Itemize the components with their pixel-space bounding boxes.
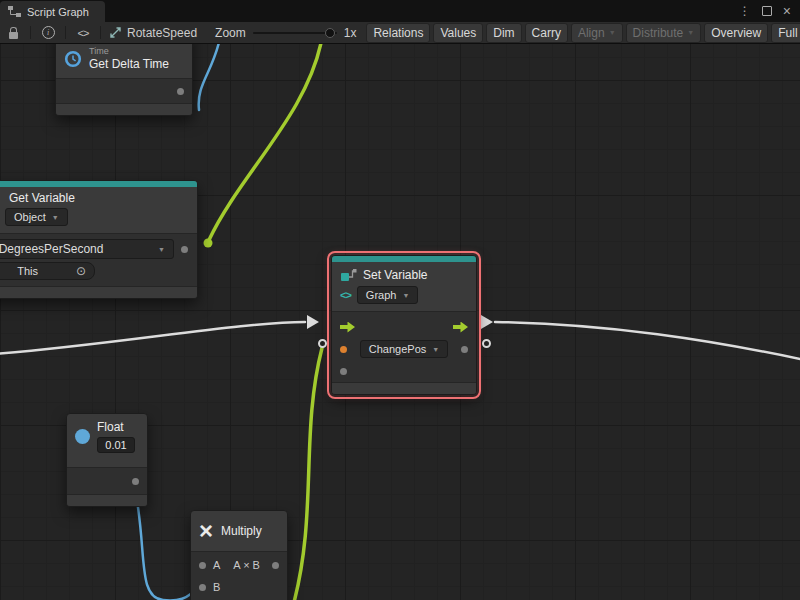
tab-bar: Script Graph ⋮ × [0, 0, 800, 22]
script-graph-icon [8, 6, 21, 17]
flow-input-port[interactable] [340, 322, 355, 333]
chevron-down-icon: ▼ [402, 292, 409, 299]
button-label: Full Screen [778, 26, 800, 40]
node-header: × Multiply [191, 511, 287, 551]
port-label-b: B [213, 581, 220, 593]
node-header: Set Variable <> Graph ▼ [332, 262, 476, 311]
multiply-icon: × [199, 520, 213, 542]
node-get-variable[interactable]: Get Variable Object ▼ RotationDegreesPer… [0, 180, 198, 299]
float-value-field[interactable]: 0.01 [97, 437, 135, 453]
node-set-variable[interactable]: Set Variable <> Graph ▼ [331, 255, 477, 395]
chevron-down-icon: ▼ [609, 29, 616, 36]
input-port-b[interactable] [199, 584, 206, 591]
chevron-down-icon: ▼ [158, 246, 165, 253]
values-button[interactable]: Values [433, 23, 483, 43]
dropdown-value: ChangePos [369, 343, 427, 355]
edit-graph-button[interactable]: <> [74, 24, 92, 42]
variable-scope-dropdown[interactable]: Graph ▼ [357, 286, 419, 304]
flow-output-port[interactable] [453, 322, 468, 333]
toolbar-divider [65, 26, 66, 39]
variable-scope-dropdown[interactable]: Object ▼ [5, 208, 68, 226]
node-float[interactable]: Float 0.01 [66, 413, 148, 507]
node-title: Get Delta Time [89, 57, 169, 71]
info-button[interactable]: i [39, 24, 57, 42]
distribute-button[interactable]: Distribute▼ [626, 23, 702, 43]
unity-script-graph-window: Script Graph ⋮ × i <> RotateSpeed Zoom 1… [0, 0, 800, 600]
graph-asset-reference[interactable]: RotateSpeed [109, 26, 197, 40]
full-screen-button[interactable]: Full Screen [771, 23, 800, 43]
button-label: Overview [711, 26, 761, 40]
zoom-control: Zoom 1x [215, 26, 356, 40]
output-port-result[interactable] [272, 562, 279, 569]
tab-script-graph[interactable]: Script Graph [0, 1, 105, 22]
node-footer [332, 382, 476, 394]
zoom-value: 1x [344, 26, 357, 40]
value-wire-rotation-speed[interactable] [209, 44, 322, 240]
close-icon[interactable]: × [783, 4, 791, 18]
node-header: Float 0.01 [67, 414, 147, 467]
graph-name-label: RotateSpeed [127, 26, 197, 40]
port-label-a: A [213, 559, 220, 571]
relations-button[interactable]: Relations [366, 23, 430, 43]
node-footer [56, 103, 192, 115]
zoom-slider[interactable] [253, 32, 337, 34]
wire-end-port-green[interactable] [204, 239, 213, 248]
node-ports: ChangePos ▼ [332, 311, 476, 382]
chevron-down-icon: ▼ [687, 29, 694, 36]
flow-arrowhead-left [307, 315, 319, 329]
tab-title: Script Graph [27, 6, 89, 18]
clock-icon [64, 50, 82, 68]
button-label: Align [578, 26, 605, 40]
overview-button[interactable]: Overview [704, 23, 768, 43]
button-label: Dim [493, 26, 514, 40]
this-object-field[interactable]: This ⊙ [0, 262, 95, 280]
toolbar-divider [30, 26, 31, 39]
kebab-menu-icon[interactable]: ⋮ [739, 5, 751, 17]
chevron-down-icon: ▼ [52, 214, 59, 221]
extra-input-port[interactable] [340, 368, 347, 375]
button-label: Distribute [633, 26, 684, 40]
node-kicker: Time [89, 46, 169, 57]
dropdown-value: Graph [366, 289, 397, 301]
value-output-port[interactable] [181, 246, 188, 253]
carry-button[interactable]: Carry [525, 23, 568, 43]
node-ports: A A × B B [191, 551, 287, 600]
button-label: Relations [373, 26, 423, 40]
value-wire-deltatime[interactable] [199, 44, 220, 110]
outer-port-ring-right[interactable] [482, 339, 491, 348]
value-output-port[interactable] [461, 346, 468, 353]
node-multiply[interactable]: × Multiply A A × B B [190, 510, 288, 600]
button-label: Carry [532, 26, 561, 40]
node-ports [56, 78, 192, 103]
value-output-port[interactable] [132, 478, 139, 485]
input-port-a[interactable] [199, 562, 206, 569]
node-get-delta-time[interactable]: Time Get Delta Time [55, 44, 193, 116]
info-icon: i [42, 26, 55, 39]
this-label: This [17, 265, 38, 277]
dim-button[interactable]: Dim [486, 23, 521, 43]
script-asset-icon [109, 26, 122, 39]
value-input-port[interactable] [340, 346, 347, 353]
node-header: Get Variable Object ▼ [0, 187, 197, 233]
outer-port-ring-left[interactable] [318, 339, 327, 348]
graph-canvas[interactable]: Time Get Delta Time Get Variable Object … [0, 44, 800, 600]
node-title: Multiply [221, 524, 262, 538]
zoom-slider-thumb[interactable] [325, 28, 335, 38]
lock-button[interactable] [4, 24, 22, 42]
lock-icon [9, 32, 18, 39]
toolbar-buttons: Relations Values Dim Carry Align▼ Distri… [366, 23, 796, 43]
align-button[interactable]: Align▼ [571, 23, 623, 43]
toolbar-divider [100, 26, 101, 39]
dropdown-value: RotationDegreesPerSecond [0, 242, 103, 256]
maximize-glyph [762, 6, 772, 16]
output-port[interactable] [177, 88, 184, 95]
maximize-icon[interactable] [762, 2, 772, 20]
variable-name-dropdown[interactable]: RotationDegreesPerSecond ▼ [0, 239, 174, 259]
flow-wire-right[interactable] [495, 322, 800, 360]
graph-toolbar: i <> RotateSpeed Zoom 1x Relations Value… [0, 22, 800, 44]
variable-name-dropdown[interactable]: ChangePos ▼ [360, 340, 448, 358]
object-picker-icon[interactable]: ⊙ [76, 265, 86, 277]
node-header: Time Get Delta Time [56, 44, 192, 78]
value-wire-multiply-to-setvariable[interactable] [293, 348, 322, 600]
flow-wire-left[interactable] [0, 322, 305, 354]
